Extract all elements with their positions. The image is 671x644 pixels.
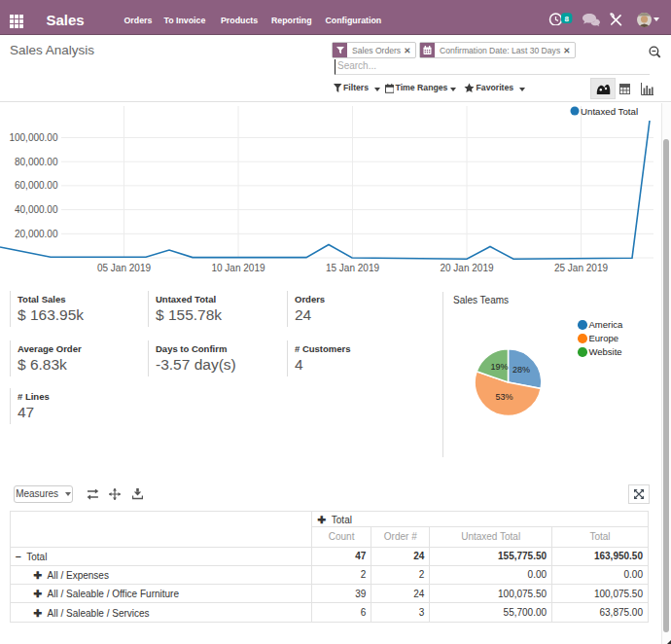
svg-text:19%: 19%	[490, 362, 508, 372]
svg-text:53%: 53%	[496, 392, 513, 402]
svg-text:10 Jan 2019: 10 Jan 2019	[211, 263, 265, 273]
svg-text:8: 8	[564, 15, 569, 23]
svg-text:80,000.00: 80,000.00	[15, 157, 58, 167]
svg-text:15 Jan 2019: 15 Jan 2019	[326, 263, 379, 273]
svg-text:60,000.00: 60,000.00	[15, 180, 58, 191]
svg-text:05 Jan 2019: 05 Jan 2019	[97, 263, 151, 273]
svg-text:20 Jan 2019: 20 Jan 2019	[440, 263, 493, 273]
svg-text:100,000.00: 100,000.00	[9, 132, 57, 143]
svg-text:Untaxed Total: Untaxed Total	[581, 106, 638, 117]
svg-text:20,000.00: 20,000.00	[15, 229, 58, 239]
svg-text:28%: 28%	[512, 365, 530, 375]
svg-text:25 Jan 2019: 25 Jan 2019	[554, 263, 608, 273]
svg-text:40,000.00: 40,000.00	[15, 204, 58, 215]
